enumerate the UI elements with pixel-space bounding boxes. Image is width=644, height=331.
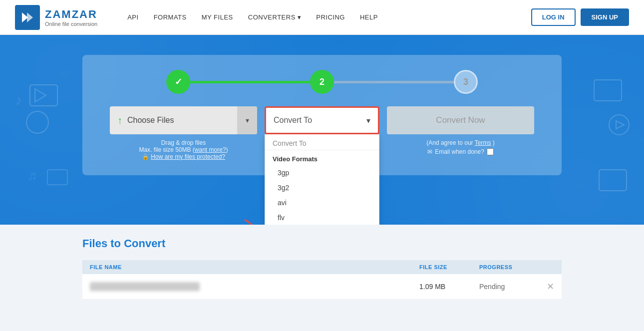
logo-name: ZAMZAR [45, 8, 97, 21]
convert-to-container: Convert To ▾ Convert To Video Formats 3g… [265, 106, 379, 134]
table-row: 1.09 MB Pending ✕ [82, 274, 562, 300]
remove-file-button[interactable]: ✕ [547, 281, 554, 292]
steps-indicator: ✓ 2 3 [102, 70, 542, 94]
dropdown-chevron-icon: ▾ [366, 116, 370, 125]
nav-help[interactable]: HELP [360, 13, 378, 21]
files-table-header: FILE NAME FILE SIZE PROGRESS [82, 260, 562, 274]
nav-my-files[interactable]: MY FILES [202, 13, 233, 21]
step-2: 2 [310, 70, 334, 94]
column-filename: FILE NAME [90, 264, 419, 270]
dropdown-item-3gp[interactable]: 3gp [265, 165, 379, 180]
upload-icon: ↑ [117, 115, 122, 126]
files-title: Files to Convert [82, 237, 562, 250]
step-line-1 [190, 81, 310, 83]
svg-marker-1 [27, 12, 33, 22]
lock-icon: 🔒 [142, 153, 149, 160]
nav-formats[interactable]: FORMATS [154, 13, 187, 21]
choose-files-dropdown-arrow[interactable]: ▾ [237, 106, 257, 134]
dropdown-group-video: Video Formats [265, 150, 379, 165]
svg-point-4 [26, 111, 48, 133]
signup-button[interactable]: SIGN UP [581, 8, 629, 26]
converter-box: ✓ 2 3 ↑ Choose Files ▾ Drag & drop files [82, 55, 562, 175]
convert-now-info: (And agree to our Terms ) ✉ Email when d… [426, 139, 495, 155]
svg-point-8 [609, 115, 629, 135]
step-1: ✓ [166, 70, 190, 94]
terms-link[interactable]: Terms [475, 139, 491, 146]
nav-converters[interactable]: CONVERTERS ▾ [248, 13, 302, 21]
format-dropdown-panel[interactable]: Convert To Video Formats 3gp 3g2 avi flv… [265, 134, 379, 225]
logo-icon [15, 5, 40, 30]
hero-section: ♪ ♬ ✓ 2 3 ↑ Choose Files [0, 35, 644, 225]
choose-files-info: Drag & drop files Max. file size 50MB (w… [139, 139, 228, 160]
file-name-cell [90, 282, 419, 291]
convert-to-dropdown[interactable]: Convert To ▾ [265, 106, 379, 134]
convert-now-button[interactable]: Convert Now [387, 106, 534, 134]
action-row: ↑ Choose Files ▾ Drag & drop files Max. … [102, 106, 542, 160]
svg-rect-2 [30, 85, 57, 106]
email-checkbox[interactable] [487, 148, 494, 155]
nav-api[interactable]: API [127, 13, 138, 21]
file-size-cell: 1.09 MB [419, 283, 479, 291]
file-name-blurred [90, 282, 200, 291]
logo-text: ZAMZAR Online file conversion [45, 8, 97, 27]
column-progress: PROGRESS [479, 264, 554, 270]
navbar: ZAMZAR Online file conversion API FORMAT… [0, 0, 644, 35]
want-more-link[interactable]: want more? [195, 146, 226, 153]
svg-rect-7 [599, 170, 627, 191]
chevron-down-icon: ▾ [298, 13, 302, 21]
logo-sub: Online file conversion [45, 21, 97, 27]
nav-actions: LOG IN SIGN UP [531, 8, 629, 26]
file-progress-cell: Pending ✕ [479, 281, 554, 292]
svg-rect-11 [47, 170, 67, 185]
svg-marker-9 [616, 121, 624, 129]
choose-files-label: ↑ Choose Files [110, 106, 237, 134]
file-protection-link[interactable]: How are my files protected? [151, 153, 225, 160]
email-icon: ✉ [427, 148, 432, 155]
dropdown-item-3g2[interactable]: 3g2 [265, 180, 379, 195]
dropdown-header: Convert To [265, 134, 379, 150]
step-line-2 [334, 81, 454, 83]
login-button[interactable]: LOG IN [531, 8, 576, 26]
nav-links: API FORMATS MY FILES CONVERTERS ▾ PRICIN… [127, 13, 531, 21]
svg-marker-3 [35, 89, 46, 102]
dropdown-item-flv[interactable]: flv [265, 210, 379, 225]
logo[interactable]: ZAMZAR Online file conversion [15, 5, 97, 30]
svg-text:♪: ♪ [15, 92, 22, 108]
svg-rect-6 [594, 80, 622, 101]
nav-pricing[interactable]: PRICING [316, 13, 345, 21]
column-filesize: FILE SIZE [419, 264, 479, 270]
svg-text:♬: ♬ [27, 168, 37, 183]
dropdown-item-avi[interactable]: avi [265, 195, 379, 210]
choose-files-button[interactable]: ↑ Choose Files ▾ [110, 106, 257, 134]
files-section: Files to Convert FILE NAME FILE SIZE PRO… [0, 225, 644, 331]
step-3: 3 [454, 70, 478, 94]
